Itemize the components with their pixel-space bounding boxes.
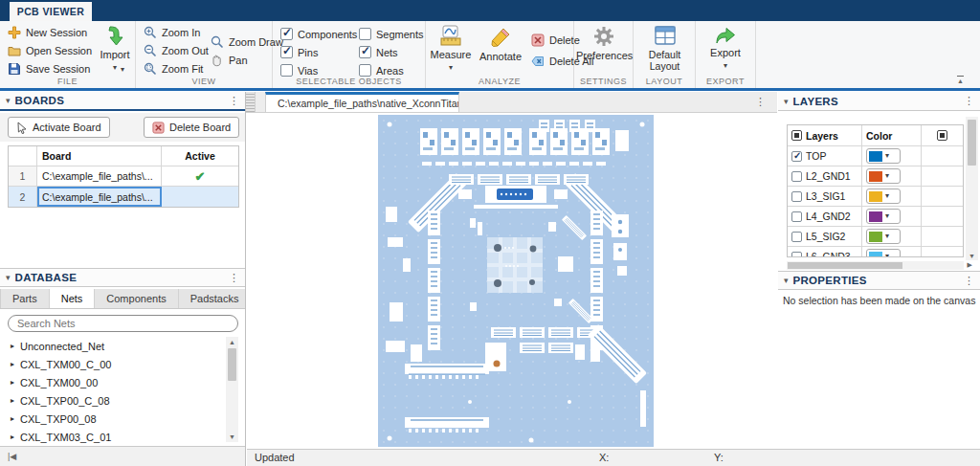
checkbox[interactable] bbox=[280, 64, 293, 77]
layer-color-cell[interactable]: ▾ bbox=[862, 187, 922, 206]
board-active-cell[interactable]: ✔ bbox=[162, 166, 238, 186]
layer-color-cell[interactable]: ▾ bbox=[862, 207, 922, 226]
table-row[interactable]: 2C:\example_file_paths\... bbox=[9, 187, 238, 207]
layers-vertical-scrollbar[interactable]: ▼ bbox=[966, 117, 978, 260]
selectable-checkbox-components[interactable]: Components bbox=[280, 25, 359, 43]
open-session-button[interactable]: Open Session bbox=[8, 43, 92, 58]
layer-extra-cell[interactable] bbox=[922, 146, 963, 166]
layer-row[interactable]: TOP▾ bbox=[788, 146, 963, 166]
checkbox[interactable] bbox=[359, 46, 371, 58]
layer-extra-cell[interactable] bbox=[922, 247, 963, 257]
layer-visibility-checkbox[interactable] bbox=[791, 211, 802, 222]
nets-vertical-scrollbar[interactable]: ▲ ▼ bbox=[226, 337, 238, 442]
layer-name-cell[interactable]: L4_GND2 bbox=[788, 207, 862, 226]
layer-extra-cell[interactable] bbox=[922, 166, 963, 186]
column-header-color[interactable]: Color bbox=[862, 125, 922, 145]
selectable-checkbox-pins[interactable]: Pins bbox=[280, 43, 359, 61]
color-dropdown-button[interactable]: ▾ bbox=[866, 148, 901, 164]
expand-icon[interactable]: ▸ bbox=[11, 396, 14, 405]
document-grip[interactable] bbox=[246, 92, 256, 112]
layer-color-cell[interactable]: ▾ bbox=[862, 247, 922, 257]
ribbon-tab-pcb-viewer[interactable]: PCB VIEWER bbox=[10, 2, 92, 21]
export-button[interactable]: Export ▾ bbox=[700, 25, 751, 70]
database-tab-padstacks[interactable]: Padstacks bbox=[179, 289, 252, 308]
layer-row[interactable]: L5_SIG2▾ bbox=[788, 227, 963, 247]
layer-row[interactable]: L4_GND2▾ bbox=[788, 207, 963, 227]
color-dropdown-caret[interactable]: ▾ bbox=[885, 152, 889, 160]
layer-color-cell[interactable]: ▾ bbox=[862, 146, 922, 166]
net-tree-item[interactable]: ▸CXL_TXM00_00 bbox=[0, 373, 224, 391]
color-dropdown-caret[interactable]: ▾ bbox=[885, 192, 889, 200]
delete-board-button[interactable]: Delete Board bbox=[144, 117, 239, 138]
board-active-cell[interactable] bbox=[162, 187, 238, 207]
layer-name-cell[interactable]: TOP bbox=[788, 146, 862, 166]
preferences-button[interactable]: Preferences bbox=[576, 25, 632, 61]
save-session-button[interactable]: Save Session bbox=[8, 61, 90, 77]
zoom-in-button[interactable]: Zoom In bbox=[144, 25, 200, 40]
net-tree-item[interactable]: ▸CXL_TXM03_C_01 bbox=[0, 428, 224, 444]
selectable-checkbox-segments[interactable]: Segments bbox=[359, 25, 434, 43]
layer-row[interactable]: L6_GND3▾ bbox=[788, 247, 963, 257]
table-row[interactable]: 1C:\example_file_paths\...✔ bbox=[9, 166, 238, 187]
layers-panel-header[interactable]: ▾ LAYERS ⋮ bbox=[778, 92, 980, 111]
database-tab-parts[interactable]: Parts bbox=[1, 289, 50, 308]
collapse-boards-icon[interactable]: ▾ bbox=[6, 96, 11, 105]
zoom-fit-button[interactable]: Zoom Fit bbox=[144, 61, 203, 77]
document-menu-icon[interactable]: ⋮ bbox=[755, 96, 766, 108]
column-header-layers[interactable]: Layers bbox=[788, 125, 862, 145]
color-dropdown-caret[interactable]: ▾ bbox=[885, 172, 889, 180]
layer-extra-cell[interactable] bbox=[922, 207, 963, 226]
net-tree-item[interactable]: ▸CXL_TXM00_C_00 bbox=[0, 355, 224, 373]
database-menu-icon[interactable]: ⋮ bbox=[229, 272, 239, 284]
collapse-database-icon[interactable]: ▾ bbox=[6, 273, 11, 282]
layer-name-cell[interactable]: L2_GND1 bbox=[788, 166, 862, 186]
layers-horizontal-scrollbar[interactable]: ▶ bbox=[787, 261, 964, 270]
layer-name-cell[interactable]: L3_SIG1 bbox=[788, 187, 862, 206]
new-session-button[interactable]: New Session bbox=[8, 25, 87, 40]
layer-visibility-checkbox[interactable] bbox=[791, 191, 802, 202]
checkbox[interactable] bbox=[280, 46, 293, 58]
nets-horizontal-scrollbar[interactable]: |◀ bbox=[0, 446, 245, 466]
selectable-checkbox-nets[interactable]: Nets bbox=[359, 43, 434, 61]
search-nets-input[interactable] bbox=[8, 315, 238, 332]
color-dropdown-button[interactable]: ▾ bbox=[866, 189, 901, 204]
export-dropdown-caret[interactable]: ▾ bbox=[724, 61, 727, 70]
board-path-cell[interactable]: C:\example_file_paths\... bbox=[37, 166, 162, 186]
column-header-extra[interactable] bbox=[922, 125, 963, 145]
layers-menu-icon[interactable]: ⋮ bbox=[964, 95, 974, 107]
collapse-properties-icon[interactable]: ▾ bbox=[784, 276, 789, 285]
properties-menu-icon[interactable]: ⋮ bbox=[964, 275, 974, 287]
column-header-board[interactable]: Board bbox=[37, 146, 162, 166]
layer-name-cell[interactable]: L5_SIG2 bbox=[788, 227, 862, 246]
layer-visibility-checkbox[interactable] bbox=[791, 252, 802, 258]
select-all-layers-icon[interactable] bbox=[791, 130, 802, 141]
measure-button[interactable]: Measure ▾ bbox=[428, 25, 474, 72]
properties-panel-header[interactable]: ▾ PROPERTIES ⋮ bbox=[778, 271, 980, 290]
annotate-button[interactable]: Annotate bbox=[476, 25, 525, 62]
color-dropdown-button[interactable]: ▾ bbox=[866, 168, 901, 184]
expand-icon[interactable]: ▸ bbox=[11, 342, 14, 350]
database-tab-components[interactable]: Components bbox=[95, 289, 178, 308]
layer-row[interactable]: L3_SIG1▾ bbox=[788, 187, 963, 207]
delete-button[interactable]: Delete bbox=[531, 33, 580, 48]
layer-visibility-checkbox[interactable] bbox=[791, 232, 802, 242]
color-dropdown-button[interactable]: ▾ bbox=[866, 209, 901, 224]
color-dropdown-button[interactable]: ▾ bbox=[866, 229, 901, 244]
color-dropdown-caret[interactable]: ▾ bbox=[885, 233, 889, 240]
net-tree-item[interactable]: ▸CXL_TXP00_08 bbox=[0, 410, 224, 428]
boards-menu-icon[interactable]: ⋮ bbox=[229, 95, 239, 107]
import-button[interactable]: Import ▾ bbox=[96, 25, 134, 72]
layer-color-cell[interactable]: ▾ bbox=[862, 166, 922, 186]
net-tree-item[interactable]: ▸Unconnected_Net bbox=[0, 337, 224, 355]
checkbox[interactable] bbox=[280, 28, 293, 40]
layer-extra-cell[interactable] bbox=[922, 187, 963, 206]
expand-icon[interactable]: ▸ bbox=[11, 378, 14, 387]
expand-icon[interactable]: ▸ bbox=[11, 360, 14, 368]
layer-visibility-checkbox[interactable] bbox=[791, 151, 802, 162]
expand-icon[interactable]: ▸ bbox=[11, 414, 14, 423]
layer-name-cell[interactable]: L6_GND3 bbox=[788, 247, 862, 257]
layer-color-cell[interactable]: ▾ bbox=[862, 227, 922, 246]
collapse-layers-icon[interactable]: ▾ bbox=[784, 97, 789, 106]
color-dropdown-button[interactable]: ▾ bbox=[866, 249, 901, 257]
board-path-cell[interactable]: C:\example_file_paths\... bbox=[37, 187, 162, 207]
